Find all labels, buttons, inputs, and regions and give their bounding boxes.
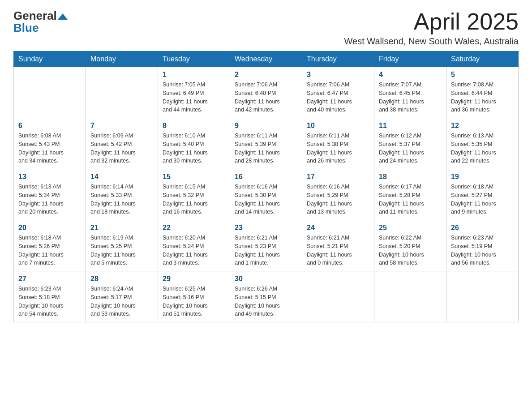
day-number: 2 [235, 71, 297, 79]
day-info: Sunrise: 6:16 AM Sunset: 5:29 PM Dayligh… [307, 183, 369, 216]
logo-triangle-icon [58, 12, 68, 21]
calendar-day-cell: 13Sunrise: 6:13 AM Sunset: 5:34 PM Dayli… [14, 169, 86, 220]
day-info: Sunrise: 6:10 AM Sunset: 5:40 PM Dayligh… [163, 132, 225, 165]
logo-blue-text: Blue [13, 21, 39, 35]
day-number: 22 [163, 224, 225, 232]
calendar-day-cell [374, 271, 446, 322]
calendar-day-cell: 30Sunrise: 6:26 AM Sunset: 5:15 PM Dayli… [230, 271, 302, 322]
month-title: April 2025 [344, 9, 519, 34]
calendar-day-cell: 27Sunrise: 6:23 AM Sunset: 5:18 PM Dayli… [14, 271, 86, 322]
calendar-day-cell: 10Sunrise: 6:11 AM Sunset: 5:38 PM Dayli… [302, 118, 374, 169]
calendar-day-cell: 22Sunrise: 6:20 AM Sunset: 5:24 PM Dayli… [158, 220, 230, 271]
calendar-day-cell: 26Sunrise: 6:23 AM Sunset: 5:19 PM Dayli… [446, 220, 519, 271]
calendar-day-cell [86, 67, 158, 118]
calendar-day-cell: 12Sunrise: 6:13 AM Sunset: 5:35 PM Dayli… [446, 118, 519, 169]
calendar-day-header: Tuesday [158, 51, 230, 67]
day-info: Sunrise: 6:15 AM Sunset: 5:32 PM Dayligh… [163, 183, 225, 216]
day-number: 1 [163, 71, 225, 79]
day-number: 7 [90, 122, 153, 130]
calendar-day-cell: 4Sunrise: 7:07 AM Sunset: 6:45 PM Daylig… [374, 67, 446, 118]
day-number: 5 [451, 71, 514, 79]
day-info: Sunrise: 6:23 AM Sunset: 5:19 PM Dayligh… [451, 234, 514, 267]
day-info: Sunrise: 6:25 AM Sunset: 5:16 PM Dayligh… [163, 285, 225, 318]
calendar-week-row: 1Sunrise: 7:05 AM Sunset: 6:49 PM Daylig… [14, 67, 519, 118]
day-number: 26 [451, 224, 514, 232]
calendar-day-cell: 21Sunrise: 6:19 AM Sunset: 5:25 PM Dayli… [86, 220, 158, 271]
calendar-header-row: SundayMondayTuesdayWednesdayThursdayFrid… [14, 51, 519, 67]
day-info: Sunrise: 6:11 AM Sunset: 5:38 PM Dayligh… [307, 132, 369, 165]
day-info: Sunrise: 6:23 AM Sunset: 5:18 PM Dayligh… [18, 285, 81, 318]
calendar-day-cell: 3Sunrise: 7:06 AM Sunset: 6:47 PM Daylig… [302, 67, 374, 118]
day-info: Sunrise: 6:21 AM Sunset: 5:21 PM Dayligh… [307, 234, 369, 267]
day-number: 21 [90, 224, 153, 232]
calendar-day-header: Saturday [446, 51, 519, 67]
calendar-day-cell: 11Sunrise: 6:12 AM Sunset: 5:37 PM Dayli… [374, 118, 446, 169]
day-info: Sunrise: 7:08 AM Sunset: 6:44 PM Dayligh… [451, 81, 514, 114]
day-info: Sunrise: 6:12 AM Sunset: 5:37 PM Dayligh… [379, 132, 442, 165]
calendar-day-cell: 17Sunrise: 6:16 AM Sunset: 5:29 PM Dayli… [302, 169, 374, 220]
calendar-day-cell: 24Sunrise: 6:21 AM Sunset: 5:21 PM Dayli… [302, 220, 374, 271]
day-number: 6 [18, 122, 81, 130]
day-number: 9 [235, 122, 297, 130]
calendar-day-cell: 7Sunrise: 6:09 AM Sunset: 5:42 PM Daylig… [86, 118, 158, 169]
location-subtitle: West Wallsend, New South Wales, Australi… [344, 36, 519, 47]
day-number: 18 [379, 173, 442, 181]
calendar-week-row: 6Sunrise: 6:08 AM Sunset: 5:43 PM Daylig… [14, 118, 519, 169]
day-info: Sunrise: 6:26 AM Sunset: 5:15 PM Dayligh… [235, 285, 297, 318]
calendar-day-cell: 14Sunrise: 6:14 AM Sunset: 5:33 PM Dayli… [86, 169, 158, 220]
day-number: 23 [235, 224, 297, 232]
day-number: 17 [307, 173, 369, 181]
day-number: 25 [379, 224, 442, 232]
day-info: Sunrise: 6:09 AM Sunset: 5:42 PM Dayligh… [90, 132, 153, 165]
calendar-week-row: 27Sunrise: 6:23 AM Sunset: 5:18 PM Dayli… [14, 271, 519, 322]
calendar-day-header: Sunday [14, 51, 86, 67]
day-number: 27 [18, 275, 81, 283]
day-info: Sunrise: 6:17 AM Sunset: 5:28 PM Dayligh… [379, 183, 442, 216]
svg-marker-0 [58, 13, 68, 20]
day-info: Sunrise: 6:18 AM Sunset: 5:26 PM Dayligh… [18, 234, 81, 267]
day-info: Sunrise: 7:06 AM Sunset: 6:47 PM Dayligh… [307, 81, 369, 114]
day-number: 28 [90, 275, 153, 283]
day-info: Sunrise: 7:06 AM Sunset: 6:48 PM Dayligh… [235, 81, 297, 114]
calendar-day-cell [446, 271, 519, 322]
day-info: Sunrise: 6:20 AM Sunset: 5:24 PM Dayligh… [163, 234, 225, 267]
calendar-day-cell: 16Sunrise: 6:16 AM Sunset: 5:30 PM Dayli… [230, 169, 302, 220]
calendar-day-cell: 20Sunrise: 6:18 AM Sunset: 5:26 PM Dayli… [14, 220, 86, 271]
day-number: 11 [379, 122, 442, 130]
day-number: 3 [307, 71, 369, 79]
calendar-day-cell: 19Sunrise: 6:18 AM Sunset: 5:27 PM Dayli… [446, 169, 519, 220]
calendar-day-cell: 23Sunrise: 6:21 AM Sunset: 5:23 PM Dayli… [230, 220, 302, 271]
calendar-day-cell: 1Sunrise: 7:05 AM Sunset: 6:49 PM Daylig… [158, 67, 230, 118]
calendar-day-cell: 18Sunrise: 6:17 AM Sunset: 5:28 PM Dayli… [374, 169, 446, 220]
calendar-week-row: 20Sunrise: 6:18 AM Sunset: 5:26 PM Dayli… [14, 220, 519, 271]
day-number: 12 [451, 122, 514, 130]
day-info: Sunrise: 6:11 AM Sunset: 5:39 PM Dayligh… [235, 132, 297, 165]
calendar-day-cell: 28Sunrise: 6:24 AM Sunset: 5:17 PM Dayli… [86, 271, 158, 322]
calendar-week-row: 13Sunrise: 6:13 AM Sunset: 5:34 PM Dayli… [14, 169, 519, 220]
day-number: 8 [163, 122, 225, 130]
calendar-day-cell: 5Sunrise: 7:08 AM Sunset: 6:44 PM Daylig… [446, 67, 519, 118]
day-info: Sunrise: 7:05 AM Sunset: 6:49 PM Dayligh… [163, 81, 225, 114]
day-number: 16 [235, 173, 297, 181]
day-number: 29 [163, 275, 225, 283]
day-number: 15 [163, 173, 225, 181]
day-number: 19 [451, 173, 514, 181]
day-number: 10 [307, 122, 369, 130]
calendar-day-cell: 6Sunrise: 6:08 AM Sunset: 5:43 PM Daylig… [14, 118, 86, 169]
calendar-day-cell: 9Sunrise: 6:11 AM Sunset: 5:39 PM Daylig… [230, 118, 302, 169]
day-number: 14 [90, 173, 153, 181]
calendar-day-cell: 2Sunrise: 7:06 AM Sunset: 6:48 PM Daylig… [230, 67, 302, 118]
day-number: 20 [18, 224, 81, 232]
day-number: 24 [307, 224, 369, 232]
day-info: Sunrise: 6:24 AM Sunset: 5:17 PM Dayligh… [90, 285, 153, 318]
day-info: Sunrise: 6:13 AM Sunset: 5:34 PM Dayligh… [18, 183, 81, 216]
calendar-day-header: Monday [86, 51, 158, 67]
day-info: Sunrise: 6:13 AM Sunset: 5:35 PM Dayligh… [451, 132, 514, 165]
calendar-day-header: Thursday [302, 51, 374, 67]
calendar-day-cell: 8Sunrise: 6:10 AM Sunset: 5:40 PM Daylig… [158, 118, 230, 169]
logo: General Blue [13, 9, 68, 35]
day-info: Sunrise: 6:08 AM Sunset: 5:43 PM Dayligh… [18, 132, 81, 165]
calendar-day-cell [14, 67, 86, 118]
calendar-day-cell: 15Sunrise: 6:15 AM Sunset: 5:32 PM Dayli… [158, 169, 230, 220]
title-area: April 2025 West Wallsend, New South Wale… [344, 9, 519, 47]
